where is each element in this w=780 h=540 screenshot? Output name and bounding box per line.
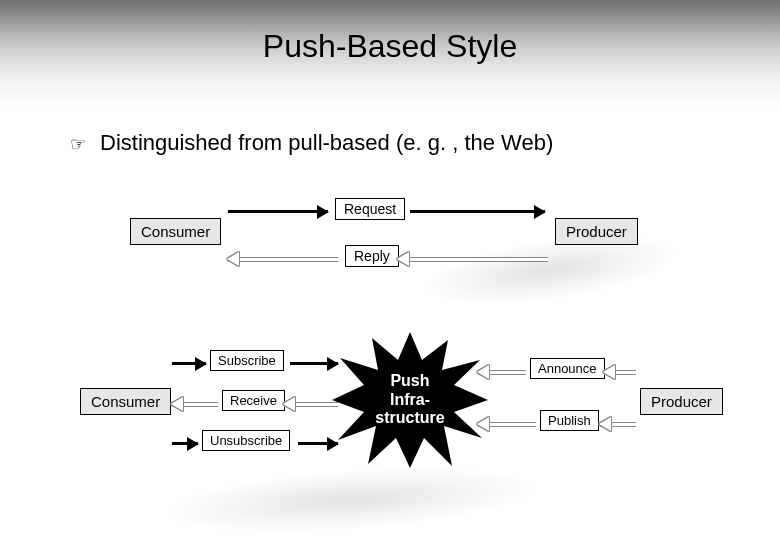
arrow-right — [172, 357, 206, 371]
arrow-left-hollow — [398, 252, 548, 266]
arrow-left-hollow — [604, 365, 636, 379]
decorative-swoosh — [417, 222, 683, 318]
producer-box-bottom: Producer — [640, 388, 723, 415]
receive-label: Receive — [222, 390, 285, 411]
publish-label: Publish — [540, 410, 599, 431]
unsubscribe-label: Unsubscribe — [202, 430, 290, 451]
arrow-right — [228, 205, 328, 219]
consumer-box-bottom: Consumer — [80, 388, 171, 415]
producer-box-top: Producer — [555, 218, 638, 245]
arrow-left-hollow — [172, 397, 218, 411]
push-infrastructure-text: Push Infra- structure — [330, 330, 490, 470]
arrow-right — [172, 437, 198, 451]
slide: Push-Based Style ☞ Distinguished from pu… — [0, 0, 780, 540]
request-label: Request — [335, 198, 405, 220]
bullet-row: ☞ Distinguished from pull-based (e. g. ,… — [70, 130, 740, 158]
subscribe-label: Subscribe — [210, 350, 284, 371]
slide-title: Push-Based Style — [0, 28, 780, 65]
arrow-left-hollow — [228, 252, 338, 266]
pointing-hand-icon: ☞ — [70, 130, 86, 158]
consumer-box-top: Consumer — [130, 218, 221, 245]
arrow-right — [410, 205, 545, 219]
infra-line3: structure — [375, 409, 444, 426]
push-infrastructure-burst: Push Infra- structure — [330, 330, 490, 470]
infra-line2: Infra- — [390, 391, 430, 408]
arrow-left-hollow — [600, 417, 636, 431]
announce-label: Announce — [530, 358, 605, 379]
bullet-text: Distinguished from pull-based (e. g. , t… — [100, 130, 553, 156]
infra-line1: Push — [390, 372, 429, 389]
reply-label: Reply — [345, 245, 399, 267]
